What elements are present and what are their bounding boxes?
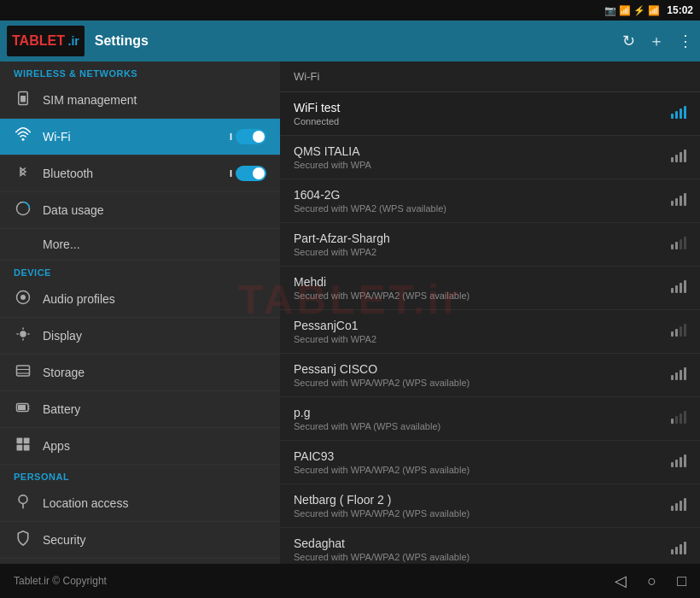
- sidebar-item-display[interactable]: Display: [0, 318, 280, 355]
- more-icon[interactable]: ⋮: [678, 32, 693, 50]
- wifi-network-paic93[interactable]: PAIC93 Secured with WPA/WPA2 (WPS availa…: [280, 441, 700, 484]
- wifi-status-netbarg: Secured with WPA/WPA2 (WPS available): [294, 508, 664, 519]
- sidebar-item-apps[interactable]: Apps: [0, 428, 280, 465]
- sidebar-item-audio[interactable]: Audio profiles: [0, 281, 280, 318]
- wifi-network-1604-2g[interactable]: 1604-2G Secured with WPA2 (WPS available…: [280, 179, 700, 223]
- bluetooth-toggle[interactable]: [236, 166, 266, 181]
- wifi-name-sedaghat: Sedaghat: [294, 536, 664, 550]
- wifi-network-part-afzar[interactable]: Part-Afzar-Shargh Secured with WPA2: [280, 223, 700, 267]
- wifi-network-pessanjco1[interactable]: PessanjCo1 Secured with WPA2: [280, 310, 700, 354]
- sidebar-item-storage[interactable]: Storage: [0, 355, 280, 391]
- more-label: More...: [43, 237, 266, 251]
- wifi-info-1604-2g: 1604-2G Secured with WPA2 (WPS available…: [294, 188, 664, 214]
- wifi-signal-part-afzar: [671, 236, 686, 253]
- wifi-status-icon: 📶: [619, 5, 631, 16]
- sim-icon: [14, 91, 32, 109]
- wifi-name-wifi-test: WiFi test: [294, 101, 664, 114]
- svg-rect-21: [24, 445, 30, 451]
- svg-rect-49: [671, 375, 674, 380]
- wifi-status-wifi-test: Connected: [294, 116, 664, 126]
- wifi-status-pessanjco1: Secured with WPA2: [294, 334, 664, 344]
- apps-label: Apps: [43, 439, 266, 453]
- sidebar-item-security[interactable]: Security: [0, 522, 280, 559]
- sidebar-item-more[interactable]: More...: [0, 229, 280, 261]
- location-icon: [14, 494, 32, 513]
- svg-rect-65: [671, 549, 674, 554]
- wifi-label: Wi-Fi: [43, 130, 219, 144]
- logo-domain: .ir: [68, 34, 79, 48]
- svg-rect-35: [680, 196, 682, 206]
- audio-icon: [14, 290, 32, 308]
- wifi-info-qms: QMS ITALIA Secured with WPA: [294, 144, 664, 170]
- svg-rect-30: [675, 155, 678, 162]
- wifi-toggle-wrapper: I: [230, 129, 266, 144]
- sidebar-item-battery[interactable]: Battery: [0, 391, 280, 428]
- wifi-network-pg[interactable]: p.g Secured with WPA (WPS available): [280, 397, 700, 441]
- svg-rect-38: [675, 242, 678, 249]
- data-usage-icon: [14, 201, 32, 220]
- wifi-network-netbarg[interactable]: Netbarg ( Floor 2 ) Secured with WPA/WPA…: [280, 484, 700, 528]
- sidebar: WIRELESS & NETWORKS SIM management Wi-Fi…: [0, 62, 280, 564]
- wifi-network-qms[interactable]: QMS ITALIA Secured with WPA: [280, 136, 700, 179]
- logo-brand: TABLET: [12, 33, 65, 48]
- wifi-name-pessanj-cisco: Pessanj CISCO: [294, 362, 664, 376]
- wifi-network-mehdi[interactable]: Mehdi Secured with WPA/WPA2 (WPS availab…: [280, 267, 700, 310]
- svg-point-6: [20, 331, 26, 337]
- security-icon: [14, 531, 32, 549]
- wifi-name-1604-2g: 1604-2G: [294, 188, 664, 202]
- main-content: WIRELESS & NETWORKS SIM management Wi-Fi…: [0, 62, 700, 564]
- svg-rect-47: [680, 326, 682, 337]
- back-button[interactable]: ◁: [615, 572, 627, 590]
- svg-rect-28: [684, 106, 686, 119]
- bluetooth-label: Bluetooth: [43, 167, 219, 180]
- battery-label: Battery: [43, 402, 266, 416]
- wifi-network-wifi-test[interactable]: WiFi test Connected: [280, 92, 700, 136]
- svg-rect-37: [671, 244, 674, 249]
- wifi-network-pessanj-cisco[interactable]: Pessanj CISCO Secured with WPA/WPA2 (WPS…: [280, 354, 700, 397]
- svg-rect-54: [675, 416, 678, 424]
- sidebar-item-sim[interactable]: SIM management: [0, 82, 280, 119]
- display-label: Display: [43, 329, 266, 343]
- svg-rect-66: [675, 547, 678, 554]
- sidebar-item-location[interactable]: Location access: [0, 485, 280, 522]
- svg-rect-1: [20, 96, 26, 103]
- wifi-name-paic93: PAIC93: [294, 449, 664, 463]
- wifi-toggle[interactable]: [236, 129, 266, 144]
- sidebar-item-bluetooth[interactable]: Bluetooth I: [0, 155, 280, 192]
- svg-rect-41: [671, 288, 674, 293]
- audio-label: Audio profiles: [43, 292, 266, 306]
- svg-point-5: [20, 295, 26, 300]
- svg-rect-40: [684, 237, 686, 249]
- wifi-name-mehdi: Mehdi: [294, 275, 664, 289]
- status-icons: 📷 📶 ⚡ 📶: [604, 5, 660, 16]
- svg-rect-55: [680, 413, 682, 424]
- recent-button[interactable]: □: [677, 572, 686, 590]
- svg-rect-42: [675, 285, 678, 293]
- section-wireless: WIRELESS & NETWORKS: [0, 62, 280, 82]
- wifi-info-mehdi: Mehdi Secured with WPA/WPA2 (WPS availab…: [294, 275, 664, 301]
- wifi-status-qms: Secured with WPA: [294, 160, 664, 170]
- bluetooth-icon: [14, 164, 32, 183]
- sidebar-item-wifi[interactable]: Wi-Fi I: [0, 119, 280, 155]
- svg-rect-45: [671, 331, 674, 337]
- add-icon[interactable]: ＋: [649, 31, 664, 51]
- wifi-signal-1604-2g: [671, 192, 686, 209]
- wifi-panel: Wi-Fi WiFi test Connected QMS ITALIA Sec…: [280, 62, 700, 564]
- svg-rect-61: [671, 506, 674, 511]
- svg-rect-20: [17, 445, 23, 451]
- svg-rect-59: [680, 457, 682, 467]
- sidebar-item-language[interactable]: Language & input: [0, 559, 280, 564]
- wifi-signal-wifi-test: [671, 105, 686, 122]
- sidebar-item-data-usage[interactable]: Data usage: [0, 192, 280, 229]
- signal-icon: 📶: [648, 5, 660, 16]
- wifi-info-pessanjco1: PessanjCo1 Secured with WPA2: [294, 319, 664, 344]
- wifi-status-1604-2g: Secured with WPA2 (WPS available): [294, 203, 664, 214]
- wifi-network-sedaghat[interactable]: Sedaghat Secured with WPA/WPA2 (WPS avai…: [280, 528, 700, 564]
- sync-icon[interactable]: ↻: [622, 32, 635, 50]
- svg-rect-53: [671, 419, 674, 424]
- storage-icon: [14, 363, 32, 382]
- home-button[interactable]: ○: [647, 572, 656, 590]
- svg-rect-29: [671, 157, 674, 162]
- security-label: Security: [43, 533, 266, 547]
- svg-rect-64: [684, 498, 686, 511]
